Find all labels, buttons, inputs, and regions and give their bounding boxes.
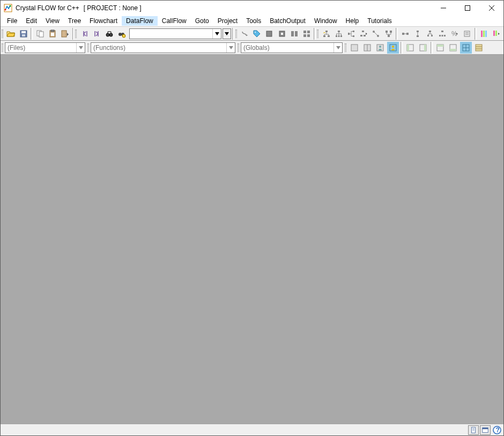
svg-rect-23: [266, 31, 272, 36]
toolbar2-grip-1[interactable]: [2, 42, 4, 54]
svg-rect-67: [485, 31, 487, 37]
toolbar2-grip-2[interactable]: [87, 42, 90, 54]
flow-button-4[interactable]: [412, 28, 423, 40]
status-help[interactable]: ?: [492, 425, 502, 435]
toolbar2-grip-4[interactable]: [345, 42, 347, 54]
svg-rect-88: [476, 45, 482, 51]
svg-rect-48: [390, 31, 392, 33]
binoculars-button[interactable]: [104, 28, 115, 40]
toolbar-grip-4[interactable]: [317, 28, 319, 40]
tree-layout-1[interactable]: [333, 28, 344, 40]
copy-tree-button[interactable]: [462, 28, 473, 40]
pane-2-button[interactable]: [361, 42, 373, 54]
globals-combo[interactable]: (Globals): [241, 42, 343, 53]
maximize-button[interactable]: [455, 1, 479, 15]
binoculars-gear-button[interactable]: [116, 28, 128, 40]
minimize-button[interactable]: [431, 1, 455, 15]
svg-rect-39: [348, 33, 350, 35]
save-button[interactable]: [18, 28, 29, 40]
status-view-2[interactable]: [480, 425, 491, 435]
find-next-button[interactable]: [91, 28, 102, 40]
highlight-button[interactable]: [478, 28, 490, 40]
percent-button[interactable]: %: [449, 28, 461, 40]
tree-dropdown-button[interactable]: [358, 28, 369, 40]
menu-tools[interactable]: Tools: [242, 16, 265, 26]
menu-window[interactable]: Window: [310, 16, 342, 26]
tree-in-button[interactable]: [321, 28, 332, 40]
copy-button[interactable]: [34, 28, 46, 40]
flow-button-3[interactable]: [399, 28, 411, 40]
block-4-button[interactable]: [301, 28, 312, 40]
svg-rect-33: [323, 35, 325, 37]
svg-rect-59: [442, 35, 443, 36]
search-extra-dropdown[interactable]: [223, 28, 231, 39]
layout-2-button[interactable]: [417, 42, 429, 54]
menubar: File Edit View Tree Flowchart DataFlow C…: [1, 15, 503, 27]
svg-rect-80: [424, 45, 426, 51]
layout-4-button[interactable]: [447, 42, 459, 54]
toolbar-selectors: (Files) (Functions) (Globals): [1, 41, 503, 55]
svg-rect-44: [364, 35, 366, 36]
find-prev-button[interactable]: [79, 28, 90, 40]
block-3-button[interactable]: [288, 28, 300, 40]
close-button[interactable]: [479, 1, 503, 15]
menu-file[interactable]: File: [3, 16, 21, 26]
svg-rect-56: [431, 35, 433, 36]
tree-small-2[interactable]: [437, 28, 448, 40]
menu-edit[interactable]: Edit: [21, 16, 41, 26]
paste-dropdown[interactable]: [59, 28, 70, 40]
svg-rect-28: [303, 31, 306, 33]
functions-combo[interactable]: (Functions): [91, 42, 235, 53]
pane-person-button[interactable]: [374, 42, 386, 54]
svg-point-76: [392, 46, 394, 48]
open-button[interactable]: [5, 28, 17, 40]
menu-view[interactable]: View: [41, 16, 64, 26]
block-2-button[interactable]: [276, 28, 287, 40]
flow-button-1[interactable]: [370, 28, 382, 40]
chevron-down-icon[interactable]: [333, 43, 342, 53]
svg-rect-51: [406, 33, 409, 35]
svg-rect-9: [22, 34, 25, 36]
tree-small-1[interactable]: [424, 28, 435, 40]
menu-batchoutput[interactable]: BatchOutput: [265, 16, 310, 26]
pane-1-button[interactable]: [349, 42, 360, 54]
svg-rect-31: [307, 34, 310, 37]
tag-button[interactable]: [251, 28, 263, 40]
menu-flowchart[interactable]: Flowchart: [85, 16, 122, 26]
menu-goto[interactable]: Goto: [191, 16, 213, 26]
menu-tutorials[interactable]: Tutorials: [363, 16, 396, 26]
svg-rect-68: [493, 31, 495, 36]
svg-rect-36: [336, 35, 337, 37]
files-combo-text: (Files): [5, 44, 76, 51]
toolbar-grip[interactable]: [2, 28, 4, 40]
layout-5-button[interactable]: [460, 42, 472, 54]
chevron-down-icon[interactable]: [226, 43, 235, 53]
menu-help[interactable]: Help: [342, 16, 364, 26]
status-view-1[interactable]: [468, 425, 479, 435]
search-combo-arrow-icon[interactable]: [212, 29, 221, 39]
highlight-dropdown[interactable]: [491, 28, 502, 40]
flow-button-2[interactable]: [383, 28, 394, 40]
toolbar2-grip-3[interactable]: [238, 42, 240, 54]
menu-dataflow[interactable]: DataFlow: [122, 16, 158, 26]
menu-project[interactable]: Project: [213, 16, 242, 26]
toolbar-grip-2[interactable]: [75, 28, 77, 40]
svg-point-17: [109, 33, 113, 36]
svg-rect-13: [51, 30, 54, 32]
layout-1-button[interactable]: [404, 42, 416, 54]
block-1-button[interactable]: [264, 28, 275, 40]
layout-3-button[interactable]: [434, 42, 446, 54]
pane-active-button[interactable]: [387, 42, 399, 54]
chevron-down-icon[interactable]: [76, 43, 85, 53]
menu-tree[interactable]: Tree: [64, 16, 85, 26]
svg-rect-11: [39, 32, 43, 37]
layout-6-button[interactable]: [473, 42, 485, 54]
paste-button[interactable]: [47, 28, 58, 40]
toolbar-grip-3[interactable]: [235, 28, 238, 40]
search-combo[interactable]: [129, 28, 221, 39]
tree-layout-2[interactable]: [346, 28, 357, 40]
menu-callflow[interactable]: CallFlow: [158, 16, 191, 26]
svg-rect-37: [338, 35, 339, 37]
step-out-button[interactable]: [239, 28, 250, 40]
files-combo[interactable]: (Files): [5, 42, 85, 53]
